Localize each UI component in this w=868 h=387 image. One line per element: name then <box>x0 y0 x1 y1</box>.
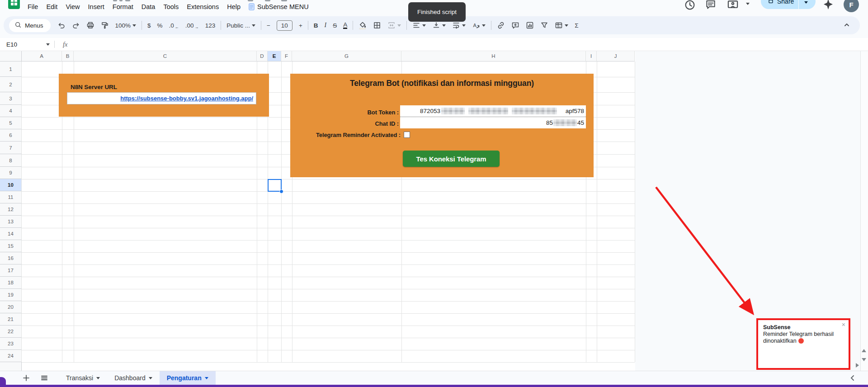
fill-handle[interactable] <box>279 189 283 194</box>
all-sheets-button[interactable] <box>38 372 51 384</box>
tes-koneksi-telegram-button[interactable]: Tes Koneksi Telegram <box>403 151 500 167</box>
increase-decimal-button[interactable]: .00→ <box>182 19 202 32</box>
create-filter-button[interactable] <box>537 19 552 32</box>
row-header-2[interactable]: 2 <box>0 77 22 92</box>
share-dropdown-caret-icon[interactable] <box>799 0 813 5</box>
n8n-url-field[interactable]: https://subsense-bobby.sv1.jagoanhosting… <box>67 92 256 104</box>
menu-help[interactable]: Help <box>223 1 245 13</box>
gemini-spark-icon[interactable] <box>824 0 833 9</box>
row-header-14[interactable]: 14 <box>0 228 22 240</box>
menu-extensions[interactable]: Extensions <box>183 1 223 13</box>
menu-file[interactable]: File <box>24 1 42 13</box>
decrease-font-size-button[interactable]: − <box>264 19 274 32</box>
menu-data[interactable]: Data <box>137 1 160 13</box>
toast-close-icon[interactable]: × <box>842 321 845 328</box>
menus-search-button[interactable]: Menus <box>9 19 51 32</box>
bold-button[interactable]: B <box>311 19 321 32</box>
row-header-13[interactable]: 13 <box>0 216 22 228</box>
row-header-1[interactable]: 1 <box>0 61 22 77</box>
more-formats-button[interactable]: 123 <box>202 19 219 32</box>
row-header-21[interactable]: 21 <box>0 313 22 326</box>
toolbar-collapse-chevron[interactable] <box>842 20 852 32</box>
show-side-panel-chevron[interactable] <box>849 373 856 385</box>
avatar[interactable]: F <box>844 0 859 12</box>
menu-view[interactable]: View <box>61 1 84 13</box>
menu-format[interactable]: Format <box>108 1 137 13</box>
strikethrough-button[interactable]: S <box>330 19 340 32</box>
row-header-18[interactable]: 18 <box>0 277 22 289</box>
scroll-down-arrow-icon[interactable] <box>862 358 866 361</box>
insert-link-button[interactable] <box>494 19 508 32</box>
column-header-D[interactable]: D <box>257 51 268 61</box>
column-header-I[interactable]: I <box>586 51 597 61</box>
row-header-5[interactable]: 5 <box>0 117 22 129</box>
version-history-icon[interactable] <box>684 0 696 11</box>
menu-edit[interactable]: Edit <box>42 1 61 13</box>
row-header-3[interactable]: 3 <box>0 92 22 105</box>
select-all-corner[interactable] <box>0 51 22 61</box>
column-header-J[interactable]: J <box>597 51 635 61</box>
column-header-G[interactable]: G <box>292 51 401 61</box>
scroll-right-arrow-icon[interactable] <box>856 363 859 368</box>
column-header-H[interactable]: H <box>401 51 586 61</box>
row-header-4[interactable]: 4 <box>0 105 22 117</box>
zoom-select[interactable]: 100% <box>112 19 140 32</box>
row-header-23[interactable]: 23 <box>0 338 22 350</box>
meet-dropdown-caret-icon[interactable] <box>746 3 750 5</box>
scroll-up-arrow-icon[interactable] <box>862 349 866 352</box>
insert-chart-button[interactable] <box>523 19 537 32</box>
borders-button[interactable] <box>370 19 384 32</box>
row-header-15[interactable]: 15 <box>0 240 22 252</box>
column-header-A[interactable]: A <box>22 51 62 61</box>
present-to-meet-icon[interactable] <box>727 0 739 11</box>
telegram-reminder-checkbox[interactable] <box>404 132 410 138</box>
redo-button[interactable] <box>69 19 83 32</box>
column-header-E[interactable]: E <box>268 51 281 61</box>
sheet-tab-transaksi[interactable]: Transaksi <box>59 371 107 385</box>
row-header-19[interactable]: 19 <box>0 289 22 301</box>
decrease-decimal-button[interactable]: .0← <box>166 19 182 32</box>
undo-button[interactable] <box>54 19 69 32</box>
row-header-17[interactable]: 17 <box>0 264 22 277</box>
paint-format-button[interactable] <box>98 19 112 32</box>
functions-button[interactable]: Σ <box>571 19 581 32</box>
text-color-button[interactable]: A <box>340 19 350 32</box>
italic-button[interactable]: I <box>321 19 330 32</box>
n8n-url-link[interactable]: https://subsense-bobby.sv1.jagoanhosting… <box>120 95 253 102</box>
fill-color-button[interactable] <box>355 19 370 32</box>
chat-id-field[interactable]: 85 45 <box>400 117 586 128</box>
row-header-8[interactable]: 8 <box>0 154 22 167</box>
font-select[interactable]: Public ... <box>223 19 259 32</box>
share-button[interactable]: Share <box>761 0 816 9</box>
vertical-scrollbar[interactable] <box>860 51 868 371</box>
menu-insert[interactable]: Insert <box>84 1 108 13</box>
sheet-tab-dashboard[interactable]: Dashboard <box>107 371 160 385</box>
print-button[interactable] <box>83 19 98 32</box>
row-header-20[interactable]: 20 <box>0 301 22 313</box>
table-button[interactable] <box>552 19 571 32</box>
row-header-12[interactable]: 12 <box>0 203 22 216</box>
sheet-tab-pengaturan[interactable]: Pengaturan <box>160 371 216 385</box>
increase-font-size-button[interactable]: + <box>296 19 306 32</box>
row-header-9[interactable]: 9 <box>0 167 22 179</box>
font-size-input[interactable]: 10 <box>274 19 296 32</box>
column-header-C[interactable]: C <box>74 51 257 61</box>
comments-icon[interactable] <box>705 0 716 10</box>
bot-token-field[interactable]: 872053 apf578 <box>400 105 586 117</box>
row-header-7[interactable]: 7 <box>0 142 22 154</box>
currency-format-button[interactable]: $ <box>144 19 154 32</box>
merge-cells-button[interactable] <box>384 19 404 32</box>
add-sheet-button[interactable] <box>20 372 33 384</box>
column-header-B[interactable]: B <box>62 51 74 61</box>
menu-tools[interactable]: Tools <box>159 1 183 13</box>
row-header-16[interactable]: 16 <box>0 252 22 264</box>
row-header-6[interactable]: 6 <box>0 129 22 142</box>
insert-comment-button[interactable] <box>508 19 523 32</box>
column-header-F[interactable]: F <box>281 51 292 61</box>
row-header-11[interactable]: 11 <box>0 191 22 203</box>
row-header-22[interactable]: 22 <box>0 326 22 338</box>
row-header-10[interactable]: 10 <box>0 179 22 191</box>
text-rotation-button[interactable]: A <box>469 19 489 32</box>
menu-subsense-menu[interactable]: SubSense MENU <box>245 1 313 13</box>
name-box[interactable]: E10 <box>0 41 54 48</box>
